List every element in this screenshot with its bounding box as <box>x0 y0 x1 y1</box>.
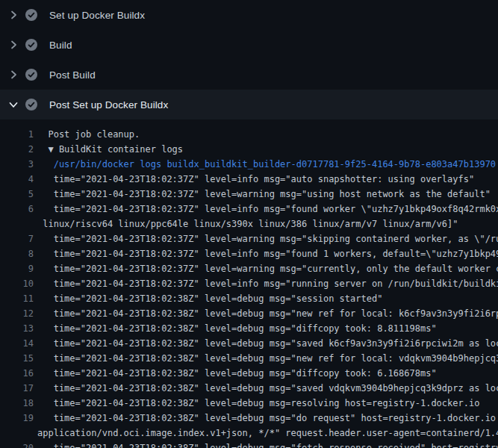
log-line: 11 time="2021-04-23T18:02:38Z" level=deb… <box>0 291 498 306</box>
log-line-text: linux/riscv64 linux/ppc64le linux/s390x … <box>34 217 498 231</box>
log-line: 16 time="2021-04-23T18:02:38Z" level=deb… <box>0 366 498 381</box>
check-circle-icon <box>25 99 37 111</box>
line-number[interactable]: 18 <box>0 396 34 411</box>
step-header-post-build[interactable]: Post Build <box>0 60 498 90</box>
workflow-log-viewer: Set up Docker BuildxBuildPost BuildPost … <box>0 0 498 448</box>
line-number[interactable]: 17 <box>0 381 34 396</box>
log-line: 2 ▼ BuildKit container logs <box>0 142 498 157</box>
line-number[interactable]: 15 <box>0 351 34 366</box>
log-line-text: time="2021-04-23T18:02:37Z" level=warnin… <box>34 231 498 246</box>
log-line-text: time="2021-04-23T18:02:38Z" level=debug … <box>34 411 498 426</box>
log-line-text: time="2021-04-23T18:02:37Z" level=warnin… <box>34 187 498 202</box>
line-number[interactable]: 7 <box>0 231 34 246</box>
log-line-text: time="2021-04-23T18:02:37Z" level=info m… <box>34 202 498 217</box>
line-number[interactable]: 1 <box>0 127 34 142</box>
log-line-text: time="2021-04-23T18:02:38Z" level=debug … <box>34 306 498 321</box>
log-line-text: time="2021-04-23T18:02:38Z" level=debug … <box>34 396 498 411</box>
log-line-text: time="2021-04-23T18:02:38Z" level=debug … <box>34 291 498 306</box>
line-number[interactable]: 19 <box>0 411 34 426</box>
line-number[interactable]: 20 <box>0 441 34 448</box>
chevron-right-icon <box>7 9 19 21</box>
log-line-text: time="2021-04-23T18:02:38Z" level=debug … <box>34 336 498 351</box>
log-line: 7 time="2021-04-23T18:02:37Z" level=warn… <box>0 231 498 246</box>
log-line-text: time="2021-04-23T18:02:38Z" level=debug … <box>34 381 498 396</box>
log-line-text: application/vnd.oci.image.index.v1+json,… <box>34 426 498 441</box>
log-line: 3 /usr/bin/docker logs buildx_buildkit_b… <box>0 157 498 172</box>
chevron-right-icon <box>7 69 19 81</box>
line-number[interactable]: 3 <box>0 157 34 172</box>
log-line: 14 time="2021-04-23T18:02:38Z" level=deb… <box>0 336 498 351</box>
log-line-text: Post job cleanup. <box>34 127 498 142</box>
line-number[interactable]: 11 <box>0 291 34 306</box>
step-label: Build <box>49 40 72 51</box>
step-list: Set up Docker BuildxBuildPost BuildPost … <box>0 0 498 119</box>
log-line: 13 time="2021-04-23T18:02:38Z" level=deb… <box>0 321 498 336</box>
line-number[interactable]: 2 <box>0 142 34 157</box>
line-number[interactable]: 6 <box>0 202 34 217</box>
line-number[interactable]: 4 <box>0 172 34 187</box>
log-line-text: time="2021-04-23T18:02:38Z" level=debug … <box>34 441 498 448</box>
log-line-text: time="2021-04-23T18:02:37Z" level=info m… <box>34 246 498 261</box>
log-line-continuation: application/vnd.oci.image.index.v1+json,… <box>0 426 498 441</box>
log-line: 4 time="2021-04-23T18:02:37Z" level=info… <box>0 172 498 187</box>
log-line: 12 time="2021-04-23T18:02:38Z" level=deb… <box>0 306 498 321</box>
chevron-right-icon <box>7 39 19 51</box>
step-header-build[interactable]: Build <box>0 30 498 60</box>
line-number[interactable]: 16 <box>0 366 34 381</box>
log-group-toggle[interactable]: ▼ BuildKit container logs <box>34 142 498 157</box>
log-line-text: time="2021-04-23T18:02:38Z" level=debug … <box>34 366 498 381</box>
chevron-down-icon <box>7 99 19 111</box>
check-circle-icon <box>25 9 37 21</box>
check-circle-icon <box>25 69 37 81</box>
log-line: 17 time="2021-04-23T18:02:38Z" level=deb… <box>0 381 498 396</box>
log-line: 1 Post job cleanup. <box>0 127 498 142</box>
log-line: 8 time="2021-04-23T18:02:37Z" level=info… <box>0 246 498 261</box>
log-line-continuation: linux/riscv64 linux/ppc64le linux/s390x … <box>0 217 498 231</box>
step-label: Post Set up Docker Buildx <box>49 99 168 111</box>
line-number <box>0 426 34 441</box>
log-line: 18 time="2021-04-23T18:02:38Z" level=deb… <box>0 396 498 411</box>
log-line: 10 time="2021-04-23T18:02:37Z" level=inf… <box>0 276 498 291</box>
line-number[interactable]: 13 <box>0 321 34 336</box>
step-header-set-up-docker-buildx[interactable]: Set up Docker Buildx <box>0 0 498 30</box>
log-line-text: time="2021-04-23T18:02:38Z" level=debug … <box>34 321 498 336</box>
line-number[interactable]: 8 <box>0 246 34 261</box>
line-number[interactable]: 5 <box>0 187 34 202</box>
log-line-text: time="2021-04-23T18:02:37Z" level=info m… <box>34 276 498 291</box>
log-line-text: time="2021-04-23T18:02:38Z" level=debug … <box>34 351 498 366</box>
log-line-text: time="2021-04-23T18:02:37Z" level=info m… <box>34 172 498 187</box>
log-line-text: time="2021-04-23T18:02:37Z" level=warnin… <box>34 261 498 276</box>
log-line: 19 time="2021-04-23T18:02:38Z" level=deb… <box>0 411 498 426</box>
log-line: 6 time="2021-04-23T18:02:37Z" level=info… <box>0 202 498 217</box>
line-number[interactable]: 10 <box>0 276 34 291</box>
log-line: 5 time="2021-04-23T18:02:37Z" level=warn… <box>0 187 498 202</box>
log-line: 15 time="2021-04-23T18:02:38Z" level=deb… <box>0 351 498 366</box>
line-number[interactable]: 14 <box>0 336 34 351</box>
line-number[interactable]: 9 <box>0 261 34 276</box>
log-line: 20 time="2021-04-23T18:02:38Z" level=deb… <box>0 441 498 448</box>
log-command-text: /usr/bin/docker logs buildx_buildkit_bui… <box>34 157 498 172</box>
step-label: Set up Docker Buildx <box>49 10 145 21</box>
log-line: 9 time="2021-04-23T18:02:37Z" level=warn… <box>0 261 498 276</box>
log-area: 1 Post job cleanup.2 ▼ BuildKit containe… <box>0 119 498 448</box>
step-label: Post Build <box>49 69 96 81</box>
step-header-post-set-up-docker-buildx[interactable]: Post Set up Docker Buildx <box>0 90 498 119</box>
line-number[interactable]: 12 <box>0 306 34 321</box>
check-circle-icon <box>25 39 37 51</box>
line-number <box>0 217 34 231</box>
